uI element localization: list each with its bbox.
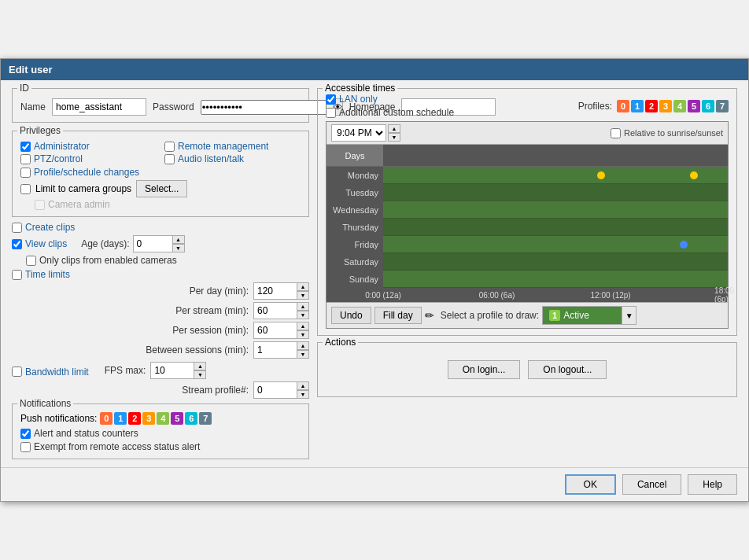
schedule-sunday[interactable]	[383, 271, 728, 288]
fps-inc[interactable]: ▲	[194, 362, 206, 370]
between-sessions-input[interactable]	[253, 341, 297, 359]
per-day-input[interactable]	[253, 282, 297, 300]
push-profile-6[interactable]: 6	[185, 412, 197, 425]
notifications-section: Notifications Push notifications: 0 1 2 …	[12, 403, 309, 459]
at-profile-2[interactable]: 2	[645, 100, 658, 112]
cancel-button[interactable]: Cancel	[622, 474, 681, 495]
undo-button[interactable]: Undo	[331, 307, 371, 324]
per-session-inc[interactable]: ▲	[297, 322, 309, 330]
chk-profile-schedule[interactable]	[20, 168, 31, 178]
per-stream-dec[interactable]: ▼	[297, 311, 309, 319]
select-button[interactable]: Select...	[136, 180, 187, 197]
at-profile-4[interactable]: 4	[673, 100, 686, 112]
chk-administrator[interactable]	[20, 142, 31, 152]
chk-lan-only[interactable]	[326, 94, 336, 105]
view-clips-row: View clips Age (days): ▲ ▼	[12, 235, 309, 252]
fps-spinner-btns: ▲ ▼	[194, 362, 206, 379]
per-session-dec[interactable]: ▼	[297, 330, 309, 339]
name-input[interactable]	[52, 98, 146, 116]
age-increment[interactable]: ▲	[172, 235, 185, 244]
help-button[interactable]: Help	[688, 474, 737, 495]
chk-custom-schedule[interactable]	[326, 108, 336, 118]
sunrise-row: Relative to sunrise/sunset	[611, 128, 723, 138]
per-stream-inc[interactable]: ▲	[297, 302, 309, 311]
chk-alert-counters[interactable]	[20, 429, 31, 439]
id-section: ID Name Password 👁 Homepage	[12, 88, 309, 123]
left-panel: ID Name Password 👁 Homepage Privileges	[12, 88, 309, 459]
between-sessions-dec[interactable]: ▼	[297, 350, 309, 359]
at-profile-3[interactable]: 3	[659, 100, 672, 112]
schedule-thursday[interactable]	[383, 219, 728, 236]
chk-create-clips[interactable]	[12, 223, 22, 233]
ok-button[interactable]: OK	[565, 474, 616, 495]
day-sunday: Sunday	[327, 271, 383, 288]
on-logout-button[interactable]: On logout...	[528, 360, 607, 379]
push-profile-2[interactable]: 2	[128, 412, 141, 425]
at-profile-5[interactable]: 5	[688, 100, 700, 112]
chk-remote-management[interactable]	[164, 142, 175, 152]
age-decrement[interactable]: ▼	[172, 244, 185, 252]
chk-limit-camera-groups[interactable]	[20, 184, 31, 194]
per-stream-row: Per stream (min): ▲ ▼	[12, 302, 309, 319]
fill-day-button[interactable]: Fill day	[374, 307, 422, 324]
schedule-wednesday[interactable]	[383, 201, 728, 219]
per-day-inc[interactable]: ▲	[297, 282, 309, 291]
days-button[interactable]: Days	[327, 145, 383, 166]
at-profile-numbers: 0 1 2 3 4 5 6 7	[617, 100, 729, 112]
chk-exempt[interactable]	[20, 442, 31, 452]
stream-inc[interactable]: ▲	[297, 381, 309, 390]
between-sessions-inc[interactable]: ▲	[297, 341, 309, 350]
schedule-friday[interactable]	[383, 236, 728, 253]
alert-counters-label: Alert and status counters	[34, 428, 138, 439]
pencil-icon[interactable]: ✏	[425, 309, 434, 322]
push-profile-3[interactable]: 3	[142, 412, 155, 425]
chk-ptz[interactable]	[20, 154, 31, 164]
chk-time-limits[interactable]	[12, 270, 22, 280]
push-profile-5[interactable]: 5	[171, 412, 183, 425]
schedule-bars[interactable]: 0:00 (12a) 06:00 (6a) 12:00 (12p) 18:00 …	[383, 145, 728, 302]
age-input[interactable]	[133, 235, 172, 252]
at-profile-6[interactable]: 6	[702, 100, 714, 112]
schedule-tuesday[interactable]	[383, 184, 728, 201]
chk-view-clips[interactable]	[12, 239, 22, 249]
stream-dec[interactable]: ▼	[297, 390, 309, 399]
fps-input[interactable]	[150, 362, 194, 379]
time-inc[interactable]: ▲	[388, 124, 400, 133]
push-profile-0[interactable]: 0	[100, 412, 113, 425]
password-label: Password	[153, 101, 194, 112]
at-profile-1[interactable]: 1	[631, 100, 644, 112]
profile-dropdown-button[interactable]: ▼	[622, 307, 636, 324]
active-profile-num: 1	[549, 310, 560, 321]
fps-dec[interactable]: ▼	[194, 370, 206, 379]
schedule-bar-header	[383, 145, 728, 167]
create-clips-row: Create clips	[12, 222, 309, 233]
push-profile-1[interactable]: 1	[114, 412, 127, 425]
on-login-button[interactable]: On login...	[448, 360, 521, 379]
remote-label: Remote management	[178, 141, 268, 152]
ptz-label: PTZ/control	[34, 153, 83, 164]
at-profile-7[interactable]: 7	[716, 100, 729, 112]
per-session-input[interactable]	[253, 322, 297, 339]
at-profile-0[interactable]: 0	[617, 100, 629, 112]
password-input[interactable]	[201, 100, 327, 115]
chk-bandwidth-limit[interactable]	[12, 367, 22, 377]
stream-input[interactable]	[253, 381, 297, 399]
schedule-saturday[interactable]	[383, 253, 728, 271]
push-profile-7[interactable]: 7	[199, 412, 212, 425]
push-profile-4[interactable]: 4	[157, 412, 169, 425]
chk-audio[interactable]	[164, 154, 175, 164]
profile-select-group[interactable]: 1 Active ▼	[542, 306, 636, 325]
camera-admin-row: Camera admin	[35, 199, 301, 210]
profile-select-display: 1 Active	[543, 307, 622, 324]
chk-camera-admin[interactable]	[35, 200, 45, 210]
time-select[interactable]: 9:04 PM	[331, 124, 386, 142]
time-dec[interactable]: ▼	[388, 133, 400, 142]
accessible-times-label: Accessible times	[323, 83, 397, 94]
per-day-dec[interactable]: ▼	[297, 291, 309, 300]
schedule-monday[interactable]	[383, 167, 728, 184]
chk-sunrise[interactable]	[611, 128, 621, 138]
privileges-label: Privileges	[17, 125, 63, 136]
chk-only-enabled[interactable]	[26, 256, 36, 266]
sunrise-label: Relative to sunrise/sunset	[624, 128, 723, 138]
per-stream-input[interactable]	[253, 302, 297, 319]
